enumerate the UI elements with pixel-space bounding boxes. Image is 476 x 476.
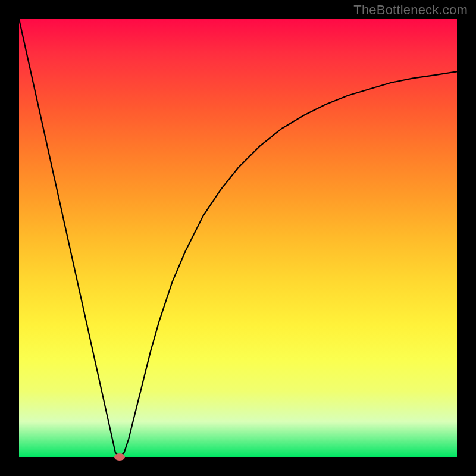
watermark-text: TheBottleneck.com [353,2,468,18]
curve-path [19,19,457,457]
min-marker [114,453,125,461]
chart-frame: TheBottleneck.com [0,0,476,476]
curve-svg [19,19,457,457]
plot-area [19,19,457,457]
